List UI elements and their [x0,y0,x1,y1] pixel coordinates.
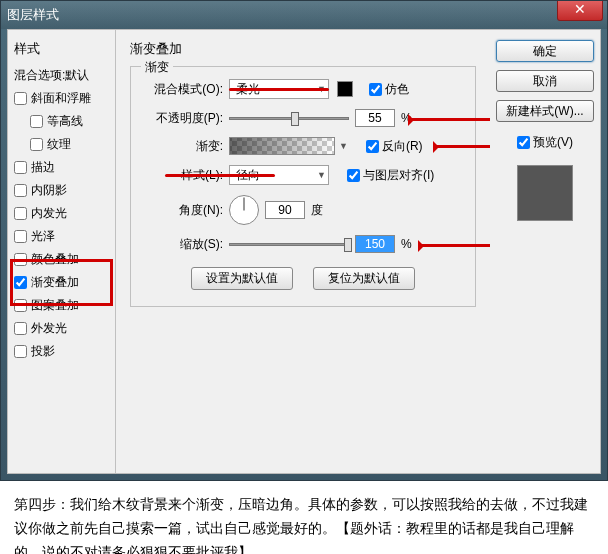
sidebar-item[interactable]: 内阴影 [12,179,111,202]
chevron-down-icon: ▼ [317,170,326,180]
titlebar[interactable]: 图层样式 ✕ [1,1,607,29]
sidebar-blend-options[interactable]: 混合选项:默认 [12,64,111,87]
scale-label: 缩放(S): [145,236,223,253]
preview-checkbox[interactable]: 预览(V) [517,134,573,151]
opacity-slider[interactable] [229,109,349,127]
fieldset-legend: 渐变 [141,59,173,76]
opacity-input[interactable] [355,109,395,127]
main-panel: 渐变叠加 渐变 混合模式(O): 柔光▼ 仿色 不透明度(P): [116,30,490,473]
color-swatch[interactable] [337,81,353,97]
blend-mode-label: 混合模式(O): [145,81,223,98]
sidebar-item[interactable]: 斜面和浮雕 [12,87,111,110]
sidebar-item[interactable]: 内发光 [12,202,111,225]
cancel-button[interactable]: 取消 [496,70,594,92]
gradient-preview[interactable] [229,137,335,155]
angle-dial[interactable] [229,195,259,225]
reset-default-button[interactable]: 复位为默认值 [313,267,415,290]
layer-style-dialog: 图层样式 ✕ 样式 混合选项:默认 斜面和浮雕等高线纹理描边内阴影内发光光泽颜色… [0,0,608,481]
align-checkbox[interactable]: 与图层对齐(I) [347,167,434,184]
sidebar-item[interactable]: 图案叠加 [12,294,111,317]
scale-slider[interactable] [229,235,349,253]
sidebar-item[interactable]: 颜色叠加 [12,248,111,271]
ok-button[interactable]: 确定 [496,40,594,62]
new-style-button[interactable]: 新建样式(W)... [496,100,594,122]
angle-input[interactable] [265,201,305,219]
window-title: 图层样式 [7,6,59,24]
sidebar-item[interactable]: 纹理 [12,133,111,156]
group-title: 渐变叠加 [130,40,476,58]
scale-input[interactable] [355,235,395,253]
angle-label: 角度(N): [145,202,223,219]
gradient-fieldset: 渐变 混合模式(O): 柔光▼ 仿色 不透明度(P): % [130,66,476,307]
preview-swatch [517,165,573,221]
sidebar-title: 样式 [12,36,111,64]
sidebar-item[interactable]: 光泽 [12,225,111,248]
sidebar-item[interactable]: 等高线 [12,110,111,133]
set-default-button[interactable]: 设置为默认值 [191,267,293,290]
right-panel: 确定 取消 新建样式(W)... 预览(V) [490,30,600,473]
close-button[interactable]: ✕ [557,1,603,21]
sidebar-item[interactable]: 描边 [12,156,111,179]
sidebar-item[interactable]: 外发光 [12,317,111,340]
chevron-down-icon[interactable]: ▼ [339,141,348,151]
reverse-checkbox[interactable]: 反向(R) [366,138,423,155]
sidebar-item[interactable]: 投影 [12,340,111,363]
tutorial-caption: 第四步：我们给木纹背景来个渐变，压暗边角。具体的参数，可以按照我给的去做，不过我… [0,481,608,554]
opacity-label: 不透明度(P): [145,110,223,127]
gradient-label: 渐变: [145,138,223,155]
dialog-content: 样式 混合选项:默认 斜面和浮雕等高线纹理描边内阴影内发光光泽颜色叠加渐变叠加图… [7,29,601,474]
sidebar-item[interactable]: 渐变叠加 [12,271,111,294]
dither-checkbox[interactable]: 仿色 [369,81,409,98]
styles-sidebar: 样式 混合选项:默认 斜面和浮雕等高线纹理描边内阴影内发光光泽颜色叠加渐变叠加图… [8,30,116,473]
